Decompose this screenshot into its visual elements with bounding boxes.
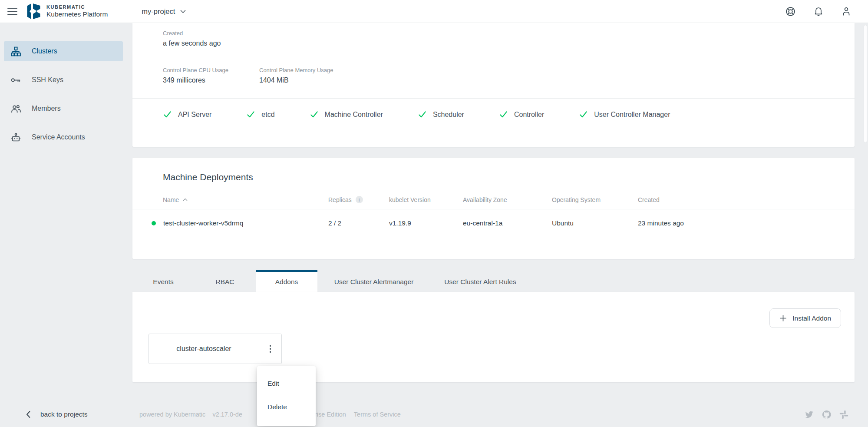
- header-actions: [785, 6, 851, 17]
- brand-name: KUBERMATIC: [46, 4, 108, 10]
- health-item-scheduler: Scheduler: [418, 110, 464, 119]
- key-icon: [10, 75, 21, 86]
- tab-rbac[interactable]: RBAC: [194, 270, 256, 292]
- members-people-icon: [10, 103, 21, 114]
- terms-of-service-link[interactable]: Terms of Service: [354, 411, 401, 418]
- back-to-projects-link[interactable]: back to projects: [26, 410, 88, 418]
- plus-icon: [779, 314, 787, 322]
- machine-deployments-title: Machine Deployments: [163, 172, 855, 182]
- health-item-machine-controller: Machine Controller: [310, 110, 383, 119]
- sidebar-item-service-accounts[interactable]: Service Accounts: [4, 127, 123, 147]
- addon-card-cluster-autoscaler: cluster-autoscaler: [149, 334, 282, 364]
- menu-item-edit[interactable]: Edit: [257, 372, 316, 395]
- column-header-kubelet-version: kubelet Version: [389, 196, 463, 203]
- chevron-down-icon: [180, 10, 186, 13]
- menu-item-delete[interactable]: Delete: [257, 395, 316, 419]
- powered-left: powered by Kubermatic – v2.17.0-de: [139, 411, 242, 418]
- footer: back to projects powered by Kubermatic –…: [0, 402, 868, 427]
- user-account-icon[interactable]: [841, 6, 851, 17]
- deployment-replicas: 2 / 2: [328, 219, 389, 227]
- github-icon[interactable]: [822, 410, 832, 420]
- machine-deployments-table: Name Replicas i kubelet Version Availabi…: [132, 196, 855, 237]
- check-icon: [246, 110, 255, 119]
- memory-usage-label: Control Plane Memory Usage: [259, 67, 356, 73]
- project-selector[interactable]: my-project: [142, 7, 186, 16]
- deployment-name: test-cluster-worker-v5drmq: [163, 219, 243, 227]
- chevron-left-icon: [26, 410, 31, 418]
- tab-user-cluster-alert-rules[interactable]: User Cluster Alert Rules: [430, 270, 530, 292]
- cpu-usage-label: Control Plane CPU Usage: [163, 67, 259, 73]
- addon-name: cluster-autoscaler: [149, 334, 259, 364]
- deployment-availability-zone: eu-central-1a: [463, 219, 552, 227]
- install-addon-label: Install Addon: [792, 314, 831, 322]
- brand-text: KUBERMATIC Kubernetes Platform: [46, 4, 108, 18]
- footer-social-icons: [804, 402, 849, 427]
- sidebar-item-label: Service Accounts: [32, 133, 85, 141]
- sidebar-item-label: SSH Keys: [32, 76, 63, 84]
- sidebar-item-label: Members: [32, 105, 61, 113]
- kubermatic-logo-icon: [26, 3, 42, 20]
- machine-deployment-row[interactable]: test-cluster-worker-v5drmq 2 / 2 v1.19.9…: [132, 209, 855, 237]
- created-label: Created: [163, 30, 855, 36]
- health-label: Scheduler: [433, 111, 464, 119]
- health-label: User Controller Manager: [594, 111, 670, 119]
- install-addon-button[interactable]: Install Addon: [769, 308, 841, 328]
- vertical-scrollbar-thumb[interactable]: [864, 25, 867, 143]
- column-header-availability-zone: Availability Zone: [463, 196, 552, 203]
- column-header-operating-system: Operating System: [552, 196, 638, 203]
- menu-hamburger-icon[interactable]: [7, 8, 17, 15]
- tab-events[interactable]: Events: [132, 270, 194, 292]
- check-icon: [163, 110, 172, 119]
- brand-product: Kubernetes Platform: [46, 10, 108, 18]
- cluster-overview-card: Created a few seconds ago Control Plane …: [132, 23, 855, 147]
- table-header-row: Name Replicas i kubelet Version Availabi…: [132, 196, 855, 203]
- health-item-api-server: API Server: [163, 110, 211, 119]
- health-label: Controller: [514, 111, 544, 119]
- clusters-tree-icon: [10, 46, 21, 57]
- sidebar-item-members[interactable]: Members: [4, 99, 123, 119]
- created-value: a few seconds ago: [163, 40, 855, 47]
- column-header-created: Created: [638, 196, 855, 203]
- cpu-usage-value: 349 millicores: [163, 76, 259, 84]
- sidebar-item-label: Clusters: [32, 47, 57, 55]
- sidebar-item-ssh-keys[interactable]: SSH Keys: [4, 70, 123, 90]
- memory-usage-block: Control Plane Memory Usage 1404 MiB: [259, 67, 356, 84]
- cpu-usage-block: Control Plane CPU Usage 349 millicores: [163, 67, 259, 84]
- health-item-etcd: etcd: [246, 110, 274, 119]
- deployment-operating-system: Ubuntu: [552, 219, 638, 227]
- memory-usage-value: 1404 MiB: [259, 76, 356, 84]
- robot-icon: [10, 132, 21, 143]
- deployment-created: 23 minutes ago: [638, 219, 855, 227]
- app-header: KUBERMATIC Kubernetes Platform my-projec…: [0, 0, 868, 23]
- notifications-bell-icon[interactable]: [813, 6, 824, 17]
- check-icon: [499, 110, 508, 119]
- sort-asc-icon: [183, 198, 188, 201]
- health-label: API Server: [178, 111, 211, 119]
- addon-options-kebab-icon[interactable]: [259, 334, 281, 364]
- health-item-controller: Controller: [499, 110, 544, 119]
- addon-context-menu: Edit Delete: [257, 366, 316, 426]
- machine-deployments-card: Machine Deployments Name Replicas i kube…: [132, 158, 855, 259]
- column-header-name[interactable]: Name: [152, 196, 328, 203]
- twitter-icon[interactable]: [804, 410, 814, 420]
- created-block: Created a few seconds ago: [163, 30, 855, 47]
- project-selector-label: my-project: [142, 7, 175, 16]
- main-content: Created a few seconds ago Control Plane …: [132, 23, 855, 382]
- replicas-info-icon[interactable]: i: [356, 196, 363, 203]
- health-item-user-controller-manager: User Controller Manager: [579, 110, 670, 119]
- column-header-replicas: Replicas i: [328, 196, 389, 203]
- health-label: Machine Controller: [325, 111, 383, 119]
- tab-user-cluster-alertmanager[interactable]: User Cluster Alertmanager: [317, 270, 430, 292]
- status-healthy-dot-icon: [152, 221, 156, 225]
- check-icon: [579, 110, 588, 119]
- addons-panel: Install Addon cluster-autoscaler: [132, 292, 855, 382]
- slack-icon[interactable]: [839, 410, 849, 420]
- deployment-name-cell: test-cluster-worker-v5drmq: [152, 219, 328, 227]
- deployment-kubelet-version: v1.19.9: [389, 219, 463, 227]
- tab-addons[interactable]: Addons: [256, 270, 317, 292]
- cluster-detail-tabs: Events RBAC Addons User Cluster Alertman…: [132, 270, 855, 292]
- back-to-projects-label: back to projects: [40, 410, 88, 418]
- health-label: etcd: [261, 111, 274, 119]
- help-lifebuoy-icon[interactable]: [785, 6, 796, 17]
- sidebar-item-clusters[interactable]: Clusters: [4, 41, 123, 61]
